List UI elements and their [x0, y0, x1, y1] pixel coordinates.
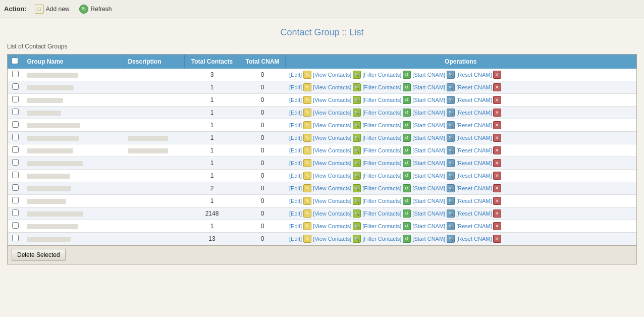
- start-cnam-icon[interactable]: 🔍: [447, 222, 455, 230]
- row-checkbox-1[interactable]: [12, 71, 19, 77]
- start-cnam-icon[interactable]: 🔍: [447, 83, 455, 91]
- search-icon[interactable]: 🔍: [353, 209, 361, 218]
- start-cnam-link[interactable]: [Start CNAM]: [412, 122, 445, 128]
- edit-link[interactable]: [Edit]: [289, 122, 302, 128]
- search-icon[interactable]: 🔍: [353, 109, 361, 117]
- reset-cnam-link[interactable]: [Reset CNAM]: [456, 110, 492, 116]
- start-cnam-link[interactable]: [Start CNAM]: [412, 110, 445, 116]
- reset-cnam-link[interactable]: [Reset CNAM]: [456, 147, 492, 153]
- delete-icon[interactable]: ✕: [493, 109, 501, 117]
- edit-link[interactable]: [Edit]: [289, 210, 302, 217]
- start-cnam-link[interactable]: [Start CNAM]: [412, 185, 445, 191]
- start-cnam-link[interactable]: [Start CNAM]: [412, 223, 445, 229]
- delete-icon[interactable]: ✕: [493, 209, 501, 218]
- view-contacts-link[interactable]: [View Contacts]: [313, 236, 351, 242]
- filter-contacts-link[interactable]: [Filter Contacts]: [362, 236, 401, 242]
- view-contacts-link[interactable]: [View Contacts]: [313, 210, 351, 217]
- reset-cnam-link[interactable]: [Reset CNAM]: [456, 210, 492, 217]
- row-checkbox-10[interactable]: [12, 184, 19, 191]
- delete-icon[interactable]: ✕: [493, 184, 501, 192]
- row-checkbox-8[interactable]: [12, 159, 19, 166]
- filter-icon[interactable]: ↺: [403, 172, 411, 180]
- start-cnam-icon[interactable]: 🔍: [447, 159, 455, 167]
- search-icon[interactable]: 🔍: [353, 83, 361, 91]
- start-cnam-icon[interactable]: 🔍: [447, 235, 455, 243]
- start-cnam-link[interactable]: [Start CNAM]: [412, 97, 445, 103]
- filter-icon[interactable]: ↺: [403, 121, 411, 129]
- edit-link[interactable]: [Edit]: [289, 84, 302, 90]
- edit-link[interactable]: [Edit]: [289, 72, 302, 78]
- filter-icon[interactable]: ↺: [403, 197, 411, 205]
- start-cnam-icon[interactable]: 🔍: [447, 109, 455, 117]
- view-contacts-link[interactable]: [View Contacts]: [313, 135, 351, 141]
- reset-cnam-link[interactable]: [Reset CNAM]: [456, 84, 492, 90]
- filter-icon[interactable]: ↺: [403, 134, 411, 142]
- search-icon[interactable]: 🔍: [353, 134, 361, 142]
- filter-icon[interactable]: ↺: [403, 146, 411, 154]
- reset-cnam-link[interactable]: [Reset CNAM]: [456, 97, 492, 103]
- start-cnam-link[interactable]: [Start CNAM]: [412, 198, 445, 204]
- edit-link[interactable]: [Edit]: [289, 160, 302, 166]
- edit-icon[interactable]: ✎: [303, 71, 311, 79]
- row-checkbox-9[interactable]: [12, 172, 19, 178]
- view-contacts-link[interactable]: [View Contacts]: [313, 198, 351, 204]
- filter-contacts-link[interactable]: [Filter Contacts]: [362, 110, 401, 116]
- filter-contacts-link[interactable]: [Filter Contacts]: [362, 84, 401, 90]
- start-cnam-link[interactable]: [Start CNAM]: [412, 72, 445, 78]
- edit-link[interactable]: [Edit]: [289, 185, 302, 191]
- search-icon[interactable]: 🔍: [353, 197, 361, 205]
- view-contacts-link[interactable]: [View Contacts]: [313, 173, 351, 179]
- view-contacts-link[interactable]: [View Contacts]: [313, 185, 351, 191]
- row-checkbox-2[interactable]: [12, 83, 19, 90]
- reset-cnam-link[interactable]: [Reset CNAM]: [456, 173, 492, 179]
- filter-icon[interactable]: ↺: [403, 209, 411, 218]
- filter-contacts-link[interactable]: [Filter Contacts]: [362, 135, 401, 141]
- view-contacts-link[interactable]: [View Contacts]: [313, 110, 351, 116]
- start-cnam-link[interactable]: [Start CNAM]: [412, 84, 445, 90]
- reset-cnam-link[interactable]: [Reset CNAM]: [456, 223, 492, 229]
- search-icon[interactable]: 🔍: [353, 96, 361, 104]
- edit-icon[interactable]: ✎: [303, 109, 311, 117]
- search-icon[interactable]: 🔍: [353, 222, 361, 230]
- start-cnam-link[interactable]: [Start CNAM]: [412, 173, 445, 179]
- filter-contacts-link[interactable]: [Filter Contacts]: [362, 147, 401, 153]
- start-cnam-icon[interactable]: 🔍: [447, 209, 455, 218]
- filter-icon[interactable]: ↺: [403, 71, 411, 79]
- start-cnam-icon[interactable]: 🔍: [447, 121, 455, 129]
- row-checkbox-11[interactable]: [12, 197, 19, 203]
- delete-icon[interactable]: ✕: [493, 134, 501, 142]
- row-checkbox-6[interactable]: [12, 134, 19, 140]
- edit-link[interactable]: [Edit]: [289, 236, 302, 242]
- filter-icon[interactable]: ↺: [403, 235, 411, 243]
- start-cnam-icon[interactable]: 🔍: [447, 134, 455, 142]
- start-cnam-link[interactable]: [Start CNAM]: [412, 160, 445, 166]
- edit-icon[interactable]: ✎: [303, 121, 311, 129]
- edit-link[interactable]: [Edit]: [289, 223, 302, 229]
- start-cnam-link[interactable]: [Start CNAM]: [412, 236, 445, 242]
- filter-icon[interactable]: ↺: [403, 83, 411, 91]
- filter-contacts-link[interactable]: [Filter Contacts]: [362, 198, 401, 204]
- delete-icon[interactable]: ✕: [493, 121, 501, 129]
- start-cnam-icon[interactable]: 🔍: [447, 71, 455, 79]
- start-cnam-link[interactable]: [Start CNAM]: [412, 135, 445, 141]
- start-cnam-link[interactable]: [Start CNAM]: [412, 147, 445, 153]
- filter-contacts-link[interactable]: [Filter Contacts]: [362, 160, 401, 166]
- edit-icon[interactable]: ✎: [303, 159, 311, 167]
- edit-icon[interactable]: ✎: [303, 209, 311, 218]
- edit-link[interactable]: [Edit]: [289, 97, 302, 103]
- row-checkbox-4[interactable]: [12, 109, 19, 115]
- edit-icon[interactable]: ✎: [303, 96, 311, 104]
- reset-cnam-link[interactable]: [Reset CNAM]: [456, 185, 492, 191]
- reset-cnam-link[interactable]: [Reset CNAM]: [456, 160, 492, 166]
- edit-icon[interactable]: ✎: [303, 197, 311, 205]
- row-checkbox-7[interactable]: [12, 146, 19, 153]
- edit-icon[interactable]: ✎: [303, 222, 311, 230]
- row-checkbox-12[interactable]: [12, 209, 19, 216]
- filter-icon[interactable]: ↺: [403, 222, 411, 230]
- delete-icon[interactable]: ✕: [493, 83, 501, 91]
- reset-cnam-link[interactable]: [Reset CNAM]: [456, 135, 492, 141]
- filter-contacts-link[interactable]: [Filter Contacts]: [362, 210, 401, 217]
- search-icon[interactable]: 🔍: [353, 121, 361, 129]
- start-cnam-icon[interactable]: 🔍: [447, 96, 455, 104]
- start-cnam-icon[interactable]: 🔍: [447, 197, 455, 205]
